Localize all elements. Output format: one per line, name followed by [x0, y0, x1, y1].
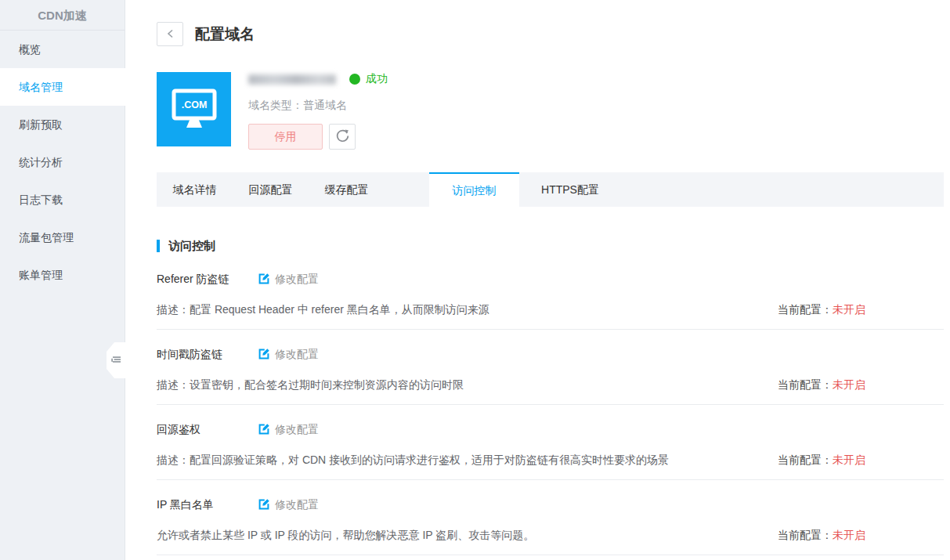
sidebar-title: CDN加速: [0, 0, 125, 31]
config-item-origin-auth: 回源鉴权 修改配置 描述：配置回源验证策略，对 CDN 接收到的访问请求进行鉴权…: [157, 405, 944, 480]
sidebar-collapse-handle[interactable]: [107, 342, 125, 378]
sidebar: CDN加速 概览 域名管理 刷新预取 统计分析 日志下载 流量包管理 账单管理: [0, 0, 125, 560]
tab-cache-config[interactable]: 缓存配置: [309, 172, 385, 207]
edit-icon: [258, 273, 269, 287]
domain-info: 成功 域名类型：普通域名 停用: [248, 72, 388, 150]
current-config-value: 未开启: [833, 303, 865, 316]
config-item-title: Referer 防盗链: [157, 273, 258, 287]
chevron-left-icon: [166, 28, 175, 41]
domain-name-redacted: [248, 74, 336, 85]
edit-config-link[interactable]: 修改配置: [258, 423, 319, 437]
edit-icon: [258, 424, 269, 437]
domain-com-icon: .COM: [157, 72, 231, 146]
current-config-label: 当前配置：: [778, 303, 833, 316]
config-item-title: 回源鉴权: [157, 423, 258, 437]
tab-access-control[interactable]: 访问控制: [429, 172, 519, 207]
current-config-value: 未开启: [833, 378, 865, 391]
page-title: 配置域名: [195, 24, 255, 45]
current-config-label: 当前配置：: [778, 529, 833, 541]
config-item-description: 描述：配置回源验证策略，对 CDN 接收到的访问请求进行鉴权，适用于对防盗链有很…: [157, 452, 669, 468]
edit-config-label: 修改配置: [275, 423, 319, 437]
refresh-button[interactable]: [329, 124, 356, 150]
disable-button[interactable]: 停用: [248, 124, 323, 150]
domain-icon-label: .COM: [181, 99, 207, 110]
collapse-menu-icon: [110, 354, 121, 367]
edit-config-link[interactable]: 修改配置: [258, 348, 319, 362]
edit-config-link[interactable]: 修改配置: [258, 498, 319, 512]
edit-icon: [258, 499, 269, 512]
tab-https-config[interactable]: HTTPS配置: [519, 172, 621, 207]
domain-card: .COM 成功 域名类型：普通域名 停用: [157, 72, 944, 150]
current-config-label: 当前配置：: [778, 378, 833, 391]
section-accent-bar: [157, 240, 160, 252]
page-header: 配置域名: [157, 22, 944, 46]
current-config-status: 当前配置：未开启: [778, 527, 865, 543]
tab-domain-details[interactable]: 域名详情: [157, 172, 233, 207]
tab-bar: 域名详情 回源配置 缓存配置 访问控制 HTTPS配置: [157, 172, 944, 207]
edit-config-label: 修改配置: [275, 498, 319, 512]
config-item-title: IP 黑白名单: [157, 498, 258, 512]
sidebar-item-statistics[interactable]: 统计分析: [0, 143, 125, 181]
sidebar-item-domain-management[interactable]: 域名管理: [0, 68, 125, 106]
domain-status: 成功: [366, 72, 388, 86]
section-header: 访问控制: [157, 239, 944, 253]
config-item-description: 允许或者禁止某些 IP 或 IP 段的访问，帮助您解决恶意 IP 盗刷、攻击等问…: [157, 527, 534, 543]
tab-origin-config[interactable]: 回源配置: [233, 172, 309, 207]
current-config-status: 当前配置：未开启: [778, 452, 865, 468]
current-config-status: 当前配置：未开启: [778, 302, 865, 317]
domain-type: 域名类型：普通域名: [248, 99, 388, 113]
current-config-status: 当前配置：未开启: [778, 377, 865, 392]
edit-config-label: 修改配置: [275, 273, 319, 287]
config-item-referer: Referer 防盗链 修改配置 描述：配置 Request Header 中 …: [157, 255, 944, 330]
section-title-text: 访问控制: [168, 239, 215, 254]
sidebar-item-billing[interactable]: 账单管理: [0, 256, 125, 294]
status-dot-icon: [349, 74, 360, 85]
main-content: 配置域名 .COM 成功 域名类型：普通域名 停用: [125, 0, 950, 560]
sidebar-item-refresh-prefetch[interactable]: 刷新预取: [0, 106, 125, 143]
config-item-title: 时间戳防盗链: [157, 348, 258, 362]
config-item-timestamp: 时间戳防盗链 修改配置 描述：设置密钥，配合签名过期时间来控制资源内容的访问时限: [157, 330, 944, 405]
current-config-value: 未开启: [833, 453, 865, 466]
sidebar-item-log-download[interactable]: 日志下载: [0, 181, 125, 219]
refresh-icon: [335, 128, 350, 146]
sidebar-nav: 概览 域名管理 刷新预取 统计分析 日志下载 流量包管理 账单管理: [0, 31, 125, 294]
current-config-value: 未开启: [833, 529, 865, 541]
access-control-list: Referer 防盗链 修改配置 描述：配置 Request Header 中 …: [157, 255, 944, 555]
edit-icon: [258, 349, 269, 362]
config-item-ip-list: IP 黑白名单 修改配置 允许或者禁止某些 IP 或 IP 段的访问，帮助您解决…: [157, 480, 944, 555]
back-button[interactable]: [157, 22, 183, 46]
edit-config-link[interactable]: 修改配置: [258, 273, 319, 287]
edit-config-label: 修改配置: [275, 348, 319, 362]
domain-name-row: 成功: [248, 73, 388, 85]
sidebar-item-traffic-package[interactable]: 流量包管理: [0, 219, 125, 256]
app-window: CDN加速 概览 域名管理 刷新预取 统计分析 日志下载 流量包管理 账单管理: [0, 0, 950, 560]
config-item-description: 描述：配置 Request Header 中 referer 黑白名单，从而限制…: [157, 302, 489, 317]
config-item-description: 描述：设置密钥，配合签名过期时间来控制资源内容的访问时限: [157, 377, 464, 392]
current-config-label: 当前配置：: [778, 453, 833, 466]
sidebar-item-overview[interactable]: 概览: [0, 31, 125, 68]
domain-actions: 停用: [248, 124, 388, 150]
